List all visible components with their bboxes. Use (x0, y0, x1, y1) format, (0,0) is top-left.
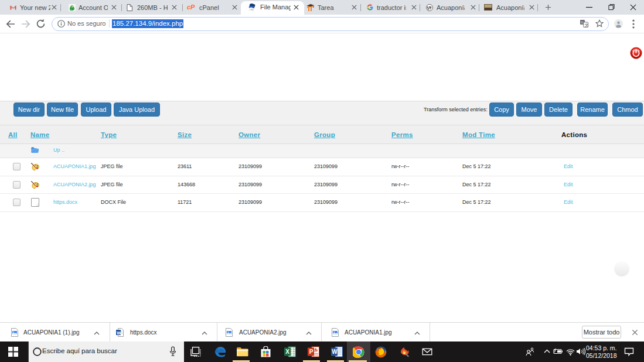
svg-text:X: X (285, 349, 289, 355)
svg-text:P: P (309, 349, 314, 355)
svg-text:文: 文 (584, 23, 588, 28)
svg-text:W: W (117, 330, 121, 336)
svg-text:W: W (332, 349, 338, 355)
